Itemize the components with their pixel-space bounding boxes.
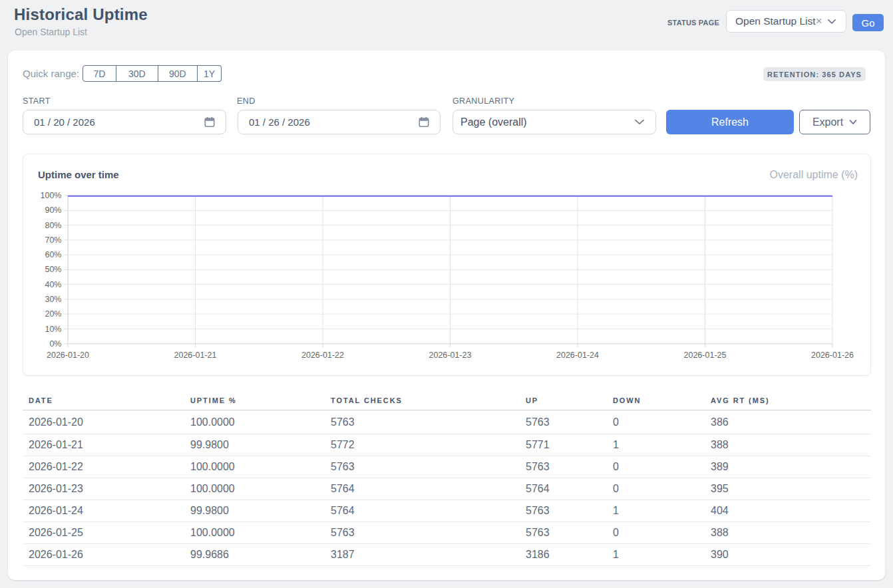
svg-text:80%: 80% [45, 221, 61, 230]
svg-text:2026-01-26: 2026-01-26 [811, 351, 854, 360]
svg-text:100%: 100% [41, 191, 62, 200]
svg-text:20%: 20% [45, 309, 61, 319]
svg-text:2026-01-23: 2026-01-23 [429, 351, 472, 360]
svg-text:2026-01-25: 2026-01-25 [684, 351, 727, 360]
svg-text:2026-01-20: 2026-01-20 [47, 351, 89, 360]
svg-text:60%: 60% [45, 250, 61, 259]
svg-text:10%: 10% [45, 325, 61, 334]
svg-text:70%: 70% [45, 235, 61, 245]
svg-text:50%: 50% [45, 265, 61, 274]
svg-text:90%: 90% [45, 206, 61, 215]
svg-text:2026-01-21: 2026-01-21 [174, 351, 217, 360]
svg-text:2026-01-24: 2026-01-24 [556, 351, 599, 360]
svg-text:2026-01-22: 2026-01-22 [301, 351, 344, 360]
svg-text:40%: 40% [45, 280, 61, 289]
svg-text:30%: 30% [45, 295, 61, 304]
svg-text:0%: 0% [49, 339, 61, 349]
